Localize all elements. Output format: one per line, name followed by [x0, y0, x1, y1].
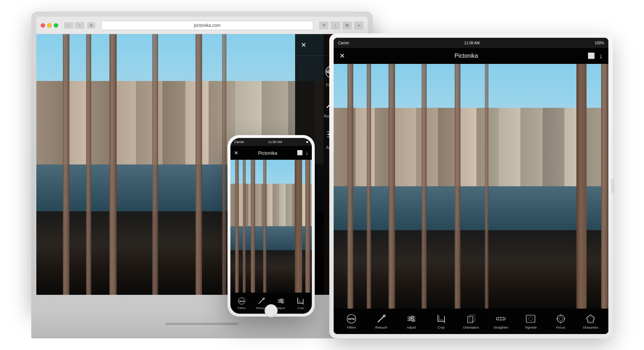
traffic-lights [41, 23, 58, 28]
phone-time: 11:50 AM [268, 140, 282, 144]
svg-rect-23 [468, 316, 473, 323]
svg-point-45 [281, 299, 283, 301]
svg-point-32 [559, 317, 563, 321]
tablet-crop-icon [436, 313, 447, 324]
phone-appbar-title: Pictonika [258, 150, 277, 156]
forward-button[interactable]: › [75, 22, 84, 29]
sidebar-button[interactable]: ⊞ [87, 22, 95, 29]
tablet-battery: 100% [595, 41, 604, 45]
maximize-traffic-light[interactable] [54, 23, 58, 28]
tablet-adjust-tool[interactable]: Adjust [401, 313, 422, 329]
nav-buttons: ‹ › [64, 22, 84, 29]
main-scene: ‹ › ⊞ pictonika.com ↻ ↑ ⧉ + [31, 12, 613, 338]
svg-text:WOW: WOW [348, 318, 355, 320]
tablet-appbar-title: Pictonika [455, 53, 478, 59]
svg-rect-24 [470, 315, 475, 321]
svg-point-19 [409, 318, 411, 320]
tablet-wow-icon: WOW [346, 313, 357, 324]
url-bar[interactable]: pictonika.com [101, 21, 313, 30]
tablet-focus-tool[interactable]: Focus [550, 313, 572, 329]
svg-marker-38 [588, 316, 593, 322]
tablet-vignette-label: Vignette [525, 326, 537, 329]
svg-point-49 [282, 302, 283, 304]
share-button[interactable]: ↑ [331, 21, 340, 29]
svg-line-41 [259, 299, 263, 304]
tablet-statusbar: Carrier 11:08 AM 100% [334, 38, 608, 48]
phone-crop-icon [296, 297, 305, 305]
tablet-straighten-label: Straighten [494, 326, 508, 329]
svg-line-13 [378, 316, 384, 322]
tablet-close-button[interactable]: ✕ [339, 52, 345, 60]
tablet-sharpness-tool[interactable]: Sharpness [580, 313, 601, 329]
svg-rect-29 [526, 315, 535, 322]
phone-appbar-actions: ⬜ ↓ [297, 150, 308, 156]
tablet-power-button [611, 179, 614, 193]
laptop-ventilation [166, 323, 238, 325]
svg-text:WOW: WOW [239, 300, 244, 302]
phone-adjust-label: Adjust [277, 306, 285, 310]
url-text: pictonika.com [194, 23, 220, 28]
svg-point-21 [412, 320, 414, 322]
tablet-sliders-icon [406, 313, 417, 324]
tablet-focus-icon [555, 313, 566, 324]
tablet-photo [334, 64, 608, 309]
tablet-focus-label: Focus [556, 326, 565, 329]
tablet-appbar-actions: ⬜ ↓ [588, 52, 603, 60]
phone-sliders-icon [277, 297, 285, 305]
refresh-button[interactable]: ↻ [319, 21, 329, 29]
tablet-time: 11:08 AM [464, 41, 479, 45]
tablet-orientation-icon [466, 313, 476, 324]
phone-crop-label: Crop [297, 306, 303, 310]
panel-close-button[interactable]: ✕ [301, 41, 306, 49]
tablet-straighten-icon [495, 313, 506, 324]
tablet-toolbar: WOW Filters Retouch [334, 309, 608, 334]
laptop-base [31, 309, 373, 338]
phone-battery: ■ [306, 140, 308, 144]
svg-point-30 [528, 317, 533, 321]
minimize-traffic-light[interactable] [47, 23, 52, 28]
phone-appbar: ✕ Pictonika ⬜ ↓ [230, 146, 312, 160]
phone-filters-label: Filters [238, 306, 246, 310]
tab-button[interactable]: ⧉ [342, 21, 352, 29]
phone-gondolas [230, 250, 312, 293]
phone-photo [230, 160, 312, 293]
tablet-download-button[interactable]: ↓ [599, 52, 603, 60]
tablet-vignette-tool[interactable]: Vignette [520, 313, 542, 329]
tablet-orientation-tool[interactable]: Orientation [460, 313, 482, 329]
svg-point-17 [411, 316, 414, 318]
phone-fullscreen-button[interactable]: ⬜ [297, 150, 303, 156]
new-tab-button[interactable]: + [354, 21, 363, 29]
tablet-retouch-tool[interactable]: Retouch [370, 313, 392, 329]
phone-home-button[interactable] [265, 304, 278, 317]
phone-device: Carrier 11:50 AM ■ ✕ Pictonika ⬜ ↓ [228, 135, 315, 317]
tablet-body: Carrier 11:08 AM 100% ✕ Pictonika ⬜ ↓ [329, 33, 613, 338]
tablet-brush-icon [376, 313, 387, 324]
tablet-straighten-tool[interactable]: Straighten [490, 313, 512, 329]
phone-buildings [230, 184, 312, 230]
tablet-crop-label: Crop [438, 326, 445, 329]
laptop-device: ‹ › ⊞ pictonika.com ↻ ↑ ⧉ + [31, 12, 373, 338]
tablet-device: Carrier 11:08 AM 100% ✕ Pictonika ⬜ ↓ [329, 33, 613, 338]
phone-filters-tool[interactable]: WOW Filters [234, 297, 250, 310]
phone-close-button[interactable]: ✕ [234, 150, 238, 156]
tablet-venice [334, 64, 608, 309]
phone-crop-tool[interactable]: Crop [293, 297, 309, 310]
back-button[interactable]: ‹ [64, 22, 73, 29]
laptop-body: ‹ › ⊞ pictonika.com ↻ ↑ ⧉ + [31, 12, 373, 309]
phone-wow-icon: WOW [237, 297, 246, 305]
laptop-browser: ‹ › ⊞ pictonika.com ↻ ↑ ⧉ + [36, 17, 368, 295]
phone-venice [230, 160, 312, 293]
tablet-screen: Carrier 11:08 AM 100% ✕ Pictonika ⬜ ↓ [334, 38, 608, 334]
close-traffic-light[interactable] [41, 23, 45, 28]
svg-point-47 [279, 300, 281, 302]
phone-screen: Carrier 11:50 AM ■ ✕ Pictonika ⬜ ↓ [230, 138, 312, 314]
phone-brush-icon [257, 297, 266, 305]
tablet-diamond-icon [585, 313, 596, 324]
tablet-filters-tool[interactable]: WOW Filters [341, 313, 362, 329]
laptop-titlebar: ‹ › ⊞ pictonika.com ↻ ↑ ⧉ + [36, 17, 368, 34]
phone-download-button[interactable]: ↓ [306, 150, 308, 156]
tablet-appbar: ✕ Pictonika ⬜ ↓ [334, 48, 608, 64]
tablet-buildings [334, 108, 608, 194]
tablet-fullscreen-button[interactable]: ⬜ [588, 52, 595, 60]
tablet-crop-tool[interactable]: Crop [430, 313, 452, 329]
